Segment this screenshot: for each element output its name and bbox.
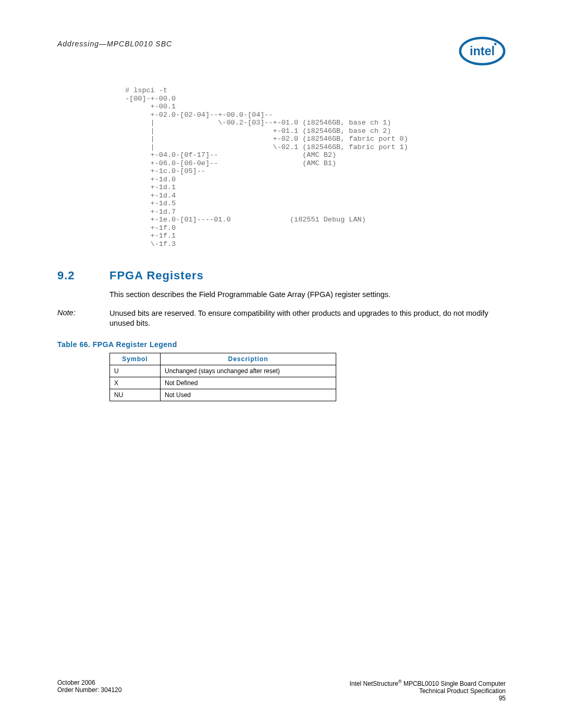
cell-symbol: NU <box>110 389 161 401</box>
section-intro: This section describes the Field Program… <box>109 290 506 300</box>
intel-logo-icon: intel <box>459 36 506 66</box>
footer-doc-type: Technical Product Specification <box>350 687 506 695</box>
table-header-row: Symbol Description <box>110 353 336 365</box>
section-title: FPGA Registers <box>109 269 204 282</box>
cell-description: Unchanged (stays unchanged after reset) <box>161 365 336 377</box>
page-footer: October 2006 Order Number: 304120 Intel … <box>57 679 506 702</box>
svg-point-2 <box>494 43 497 45</box>
cell-symbol: U <box>110 365 161 377</box>
cell-description: Not Defined <box>161 377 336 389</box>
section-heading: 9.2 FPGA Registers <box>57 269 506 282</box>
col-header-symbol: Symbol <box>110 353 161 365</box>
footer-left: October 2006 Order Number: 304120 <box>57 679 121 702</box>
table-caption: Table 66. FPGA Register Legend <box>57 340 506 349</box>
footer-page-number: 95 <box>350 695 506 702</box>
note-label: Note: <box>57 309 109 329</box>
running-head: Addressing—MPCBL0010 SBC <box>57 36 172 48</box>
footer-right: Intel NetStructure® MPCBL0010 Single Boa… <box>350 679 506 702</box>
footer-date: October 2006 <box>57 679 121 686</box>
lspci-output: # lspci -t -[00]-+-00.0 +-00.1 +-02.0-[0… <box>125 87 506 248</box>
section-number: 9.2 <box>57 269 109 282</box>
table-row: NU Not Used <box>110 389 336 401</box>
table-row: U Unchanged (stays unchanged after reset… <box>110 365 336 377</box>
footer-product-line: Intel NetStructure® MPCBL0010 Single Boa… <box>350 679 506 687</box>
cell-description: Not Used <box>161 389 336 401</box>
page-header: Addressing—MPCBL0010 SBC intel <box>57 36 506 66</box>
cell-symbol: X <box>110 377 161 389</box>
svg-text:intel: intel <box>470 44 495 58</box>
fpga-legend-table: Symbol Description U Unchanged (stays un… <box>109 353 336 401</box>
note-block: Note: Unused bits are reserved. To ensur… <box>57 309 506 329</box>
note-text: Unused bits are reserved. To ensure comp… <box>109 309 506 329</box>
footer-order-number: Order Number: 304120 <box>57 686 121 694</box>
table-row: X Not Defined <box>110 377 336 389</box>
col-header-description: Description <box>161 353 336 365</box>
